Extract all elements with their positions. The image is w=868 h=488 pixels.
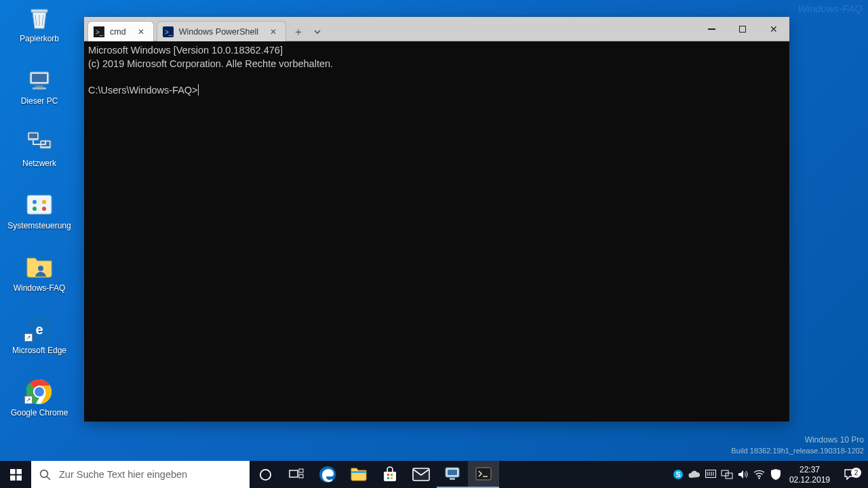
system-tray: S 22:37 02.12.2019 2 [670,461,868,488]
control-panel-icon [24,190,54,220]
tray-input-indicator[interactable] [703,461,719,488]
taskbar-snip[interactable] [437,461,468,488]
svg-rect-3 [33,87,46,89]
svg-rect-2 [35,85,43,87]
close-button[interactable]: ✕ [758,17,789,41]
recycle-bin-icon [24,3,54,33]
mail-icon [412,468,430,481]
maximize-button[interactable] [727,17,758,41]
svg-point-9 [33,200,37,204]
skype-icon: S [673,469,684,480]
desktop-icon-netzwerk[interactable]: Netzwerk [5,126,73,188]
taskbar-windows-terminal[interactable] [468,461,499,488]
taskbar-task-view[interactable] [281,461,312,488]
desktop-icon-label: Microsoft Edge [12,346,66,356]
taskbar-clock[interactable]: 22:37 02.12.2019 [784,464,835,485]
desktop-icon-label: Windows-FAQ [14,284,66,293]
svg-rect-30 [299,474,303,478]
action-center-button[interactable]: 2 [835,468,864,481]
terminal-icon [475,467,492,481]
clock-time: 22:37 [789,465,830,475]
desktop-icon-label: Dieser PC [21,97,58,106]
desktop-icon-microsoft-edge[interactable]: e ↗ Microsoft Edge [5,313,73,375]
tab-cmd[interactable]: >_ cmd ✕ [87,21,154,41]
svg-text:S: S [675,470,680,479]
window-titlebar[interactable]: >_ cmd ✕ >_ Windows PowerShell ✕ ＋ [84,17,789,41]
network-pc-icon [721,470,733,479]
desktop-icon-systemsteuerung[interactable]: Systemsteuerung [5,188,73,251]
tray-windows-defender[interactable] [768,461,784,488]
wallpaper-watermark: Windows-FAQ [798,3,863,14]
desktop-icons: Papierkorb Dieser PC Netzwerk Systemsteu… [5,1,76,438]
new-tab-button[interactable]: ＋ [289,22,308,41]
svg-rect-24 [16,475,22,481]
volume-icon [738,470,749,479]
taskbar-file-explorer[interactable] [343,461,374,488]
tray-onedrive[interactable] [686,461,703,488]
svg-rect-1 [32,74,47,82]
svg-rect-22 [16,469,22,474]
svg-rect-34 [391,474,393,476]
svg-point-12 [42,207,46,211]
powershell-icon: >_ [163,26,174,37]
svg-rect-21 [10,469,16,474]
svg-rect-41 [476,468,491,480]
edge-icon [319,466,336,483]
tab-close-button[interactable]: ✕ [136,26,146,37]
desktop-icon-papierkorb[interactable]: Papierkorb [5,1,73,64]
this-pc-icon [24,65,54,95]
terminal-prompt: C:\Users\Windows-FAQ> [88,85,198,96]
svg-point-13 [38,266,43,271]
taskbar-mail[interactable] [406,461,437,488]
svg-rect-29 [299,469,303,472]
svg-rect-37 [413,468,429,481]
watermark-edition: Windows 10 Pro [731,434,864,446]
svg-rect-40 [450,478,455,480]
tab-dropdown-button[interactable] [308,22,327,41]
tray-network[interactable] [719,461,735,488]
desktop: Windows-FAQ Papierkorb Dieser PC Netzwer… [0,0,868,488]
defender-icon [771,469,781,480]
svg-point-27 [260,469,270,479]
svg-point-10 [42,200,46,204]
taskbar-edge[interactable] [312,461,343,488]
clock-date: 02.12.2019 [789,475,830,485]
terminal-cursor [198,84,199,96]
svg-rect-28 [290,470,298,477]
svg-rect-5 [29,134,37,138]
tab-label: cmd [110,27,126,37]
svg-rect-23 [10,475,16,481]
taskbar-search[interactable]: Zur Suche Text hier eingeben [31,461,250,488]
windows-terminal-window: >_ cmd ✕ >_ Windows PowerShell ✕ ＋ [84,17,789,422]
watermark-build: Build 18362.19h1_release.190318-1202 [731,446,864,457]
folder-user-icon [24,252,54,282]
tray-skype[interactable]: S [670,461,686,488]
start-button[interactable] [0,461,31,488]
svg-text:>_: >_ [165,28,173,36]
desktop-icon-windows-faq[interactable]: Windows-FAQ [5,251,73,313]
desktop-icon-dieser-pc[interactable]: Dieser PC [5,64,73,126]
taskbar-cortana[interactable] [250,461,281,488]
svg-rect-32 [351,471,366,473]
tray-volume[interactable] [735,461,751,488]
onedrive-icon [688,470,701,479]
shortcut-arrow-icon: ↗ [24,396,33,404]
tab-close-button[interactable]: ✕ [268,26,279,37]
desktop-icon-label: Systemsteuerung [7,222,71,231]
tab-powershell[interactable]: >_ Windows PowerShell ✕ [157,21,286,41]
terminal-output[interactable]: Microsoft Windows [Version 10.0.18362.47… [84,41,789,422]
terminal-line: Microsoft Windows [Version 10.0.18362.47… [88,45,283,56]
titlebar-drag-area[interactable] [327,17,696,41]
store-icon [382,466,398,483]
build-watermark: Windows 10 Pro Build 18362.19h1_release.… [731,434,864,457]
svg-point-16 [35,387,44,396]
windows-logo-icon [10,469,22,481]
minimize-button[interactable] [696,17,727,41]
taskbar-microsoft-store[interactable] [374,461,406,488]
search-placeholder: Zur Suche Text hier eingeben [59,469,187,480]
tray-wifi[interactable] [751,461,768,488]
desktop-icon-label: Netzwerk [22,159,56,169]
keyboard-icon [705,470,716,479]
desktop-icon-google-chrome[interactable]: ↗ Google Chrome [5,375,73,438]
svg-point-51 [759,477,760,479]
